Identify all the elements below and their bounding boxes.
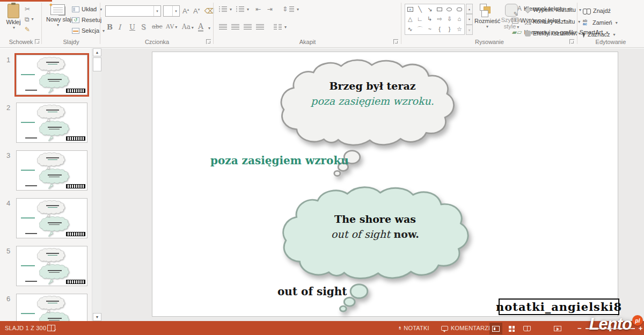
- slide-indicator: SLAJD 1 Z 300: [5, 321, 46, 335]
- font-size-combobox[interactable]: ▾: [163, 5, 180, 17]
- dialog-launcher-icon[interactable]: [206, 39, 211, 44]
- align-left-button[interactable]: [219, 24, 227, 30]
- slide-number: 5: [6, 247, 10, 255]
- line-shape[interactable]: ╲: [415, 4, 425, 14]
- star-shape[interactable]: ☆: [455, 24, 464, 34]
- line-spacing-button[interactable]: ⇕▾: [282, 6, 299, 12]
- reading-view-button[interactable]: [521, 323, 533, 334]
- thumbnail-scrollbar[interactable]: ▲ ▼: [92, 48, 101, 321]
- left-brace-shape[interactable]: {: [435, 24, 444, 34]
- strikethrough-button[interactable]: abc: [152, 23, 163, 30]
- underline-button[interactable]: U: [129, 23, 135, 31]
- powerpoint-window: Wklej ▾ ✂ ⧉▾ ✎ Schowek ✦ Nowy slajd ▾: [0, 0, 644, 335]
- curve-shape[interactable]: ~: [425, 24, 435, 34]
- cut-button[interactable]: ✂: [25, 4, 40, 14]
- font-group-label: Czcionka: [100, 39, 214, 45]
- scissors-icon: ✂: [25, 6, 30, 12]
- decrease-indent-button[interactable]: ⇤: [255, 6, 261, 12]
- arrow-shape[interactable]: ↘: [425, 4, 435, 14]
- grow-font-button[interactable]: A▴: [182, 7, 189, 15]
- find-button[interactable]: Znajdź: [583, 5, 618, 17]
- cloud-top-textbox[interactable]: Brzeg był teraz poza zasięgiem wzroku.: [287, 80, 458, 107]
- rounded-rectangle-shape[interactable]: [455, 4, 464, 14]
- shape-outline-button[interactable]: Kontury kształtu ▾: [525, 16, 581, 27]
- scroll-down-button[interactable]: ▼: [93, 313, 101, 321]
- character-spacing-button[interactable]: AV▾: [166, 23, 177, 30]
- scribble-shape[interactable]: ∿: [405, 24, 415, 34]
- block-arrow-down-shape[interactable]: ⇩: [444, 14, 454, 24]
- normal-view-button[interactable]: [489, 323, 502, 334]
- slides-group-label: Slajdy: [42, 39, 100, 45]
- spell-check-button[interactable]: [47, 321, 55, 335]
- zoom-out-button[interactable]: −: [577, 324, 582, 332]
- replace-button[interactable]: abac Zamień ▾: [583, 17, 618, 28]
- bullets-button[interactable]: ▾: [219, 6, 232, 12]
- corner-tag[interactable]: notatki_angielski8: [499, 298, 619, 315]
- arc-shape[interactable]: ⌒: [415, 24, 425, 34]
- quick-styles-button[interactable]: Szybkie style▾: [499, 3, 524, 30]
- gallery-more-icon[interactable]: ▿: [466, 25, 473, 35]
- italic-button[interactable]: I: [118, 23, 121, 31]
- slide-thumbnail[interactable]: [16, 294, 87, 321]
- right-brace-shape[interactable]: }: [444, 24, 454, 34]
- notes-button[interactable]: ▴≡ NOTATKI: [399, 321, 429, 335]
- dialog-launcher-icon[interactable]: [393, 39, 398, 44]
- slideshow-button[interactable]: [551, 323, 564, 334]
- scroll-up-icon[interactable]: ▴: [466, 4, 473, 14]
- slide-page[interactable]: Brzeg był teraz poza zasięgiem wzroku. p…: [152, 52, 618, 317]
- slide-thumbnail[interactable]: [16, 198, 87, 238]
- change-case-button[interactable]: Aa▾: [182, 23, 194, 31]
- block-arrow-right-shape[interactable]: ⇨: [435, 14, 444, 24]
- slide-sorter-view-button[interactable]: [505, 323, 518, 334]
- align-left-icon: [219, 24, 227, 30]
- normal-view-icon: [492, 326, 500, 332]
- floating-label-top[interactable]: poza zasięgiem wzroku: [210, 154, 349, 167]
- slide-thumbnail[interactable]: [16, 150, 87, 191]
- freeform-shape[interactable]: ⌂: [455, 14, 464, 24]
- arrange-button[interactable]: Rozmieść ▾: [474, 3, 499, 29]
- align-right-button[interactable]: [244, 24, 252, 30]
- oval-shape[interactable]: [444, 4, 454, 14]
- justify-button[interactable]: [256, 24, 264, 30]
- elbow-arrow-shape[interactable]: ↳: [425, 14, 435, 24]
- shrink-font-button[interactable]: A▾: [193, 7, 200, 15]
- increase-indent-button[interactable]: ⇥: [267, 6, 273, 12]
- scroll-up-button[interactable]: ▲: [93, 48, 101, 56]
- font-color-dropdown[interactable]: ▾: [207, 23, 210, 31]
- text-shadow-button[interactable]: S: [141, 23, 146, 31]
- thumbnail-list: 1: [0, 48, 92, 321]
- slide-thumbnail[interactable]: [16, 103, 87, 143]
- shape-gallery[interactable]: A ╲ ↘ △ ∟ ↳ ⇨ ⇩ ⌂ ∿ ⌒ ~ { } ☆: [405, 4, 465, 35]
- numbering-button[interactable]: ▾: [236, 6, 249, 12]
- cloud-bottom-textbox[interactable]: The shore was out of sight now.: [289, 213, 461, 240]
- copy-button[interactable]: ⧉▾: [25, 14, 40, 24]
- elbow-connector-shape[interactable]: ∟: [415, 14, 425, 24]
- quick-styles-icon: [505, 4, 518, 17]
- slide-thumbnail[interactable]: [16, 55, 87, 95]
- font-color-button[interactable]: A: [198, 23, 203, 32]
- font-name-combobox[interactable]: ▾: [105, 5, 161, 17]
- new-slide-button[interactable]: ✦ Nowy slajd ▾: [46, 3, 69, 38]
- dialog-launcher-icon[interactable]: [569, 39, 574, 44]
- line-spacing-icon: ⇕: [282, 6, 288, 12]
- rectangle-shape[interactable]: [435, 4, 444, 14]
- shape-effects-button[interactable]: Efekty kształtów ▾: [525, 27, 581, 39]
- scrollbar-thumb[interactable]: [93, 57, 101, 71]
- thumbnail-row: 5: [0, 246, 92, 286]
- columns-button[interactable]: ▾: [274, 24, 287, 30]
- format-painter-button[interactable]: ✎: [25, 24, 40, 34]
- align-center-button[interactable]: [231, 24, 239, 30]
- paste-button[interactable]: Wklej ▾: [3, 3, 24, 38]
- floating-label-bottom[interactable]: out of sight: [277, 285, 347, 298]
- shape-gallery-scroll[interactable]: ▴ ▾ ▿: [466, 4, 473, 35]
- triangle-shape[interactable]: △: [405, 14, 415, 24]
- slide-number: 1: [6, 56, 10, 64]
- replace-icon: abac: [583, 19, 590, 26]
- slide-thumbnail[interactable]: [16, 246, 87, 286]
- scroll-down-icon[interactable]: ▾: [466, 14, 473, 24]
- textbox-shape[interactable]: A: [405, 4, 415, 14]
- bold-button[interactable]: B: [107, 23, 113, 31]
- comments-button[interactable]: KOMENTARZE: [441, 321, 493, 335]
- dialog-launcher-icon[interactable]: [35, 39, 40, 44]
- shape-fill-button[interactable]: Wypełn. kształtu ▾: [525, 4, 581, 16]
